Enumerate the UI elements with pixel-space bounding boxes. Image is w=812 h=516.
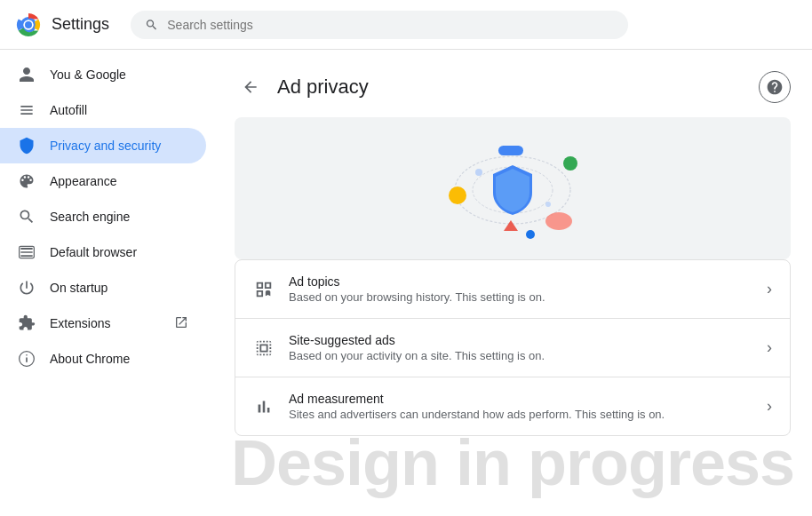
svg-point-15	[475, 169, 482, 176]
site-suggested-text: Site-suggested ads Based on your activit…	[289, 333, 752, 362]
content-area: Ad privacy	[213, 50, 812, 516]
svg-point-10	[563, 156, 577, 171]
sidebar-item-privacy-security[interactable]: Privacy and security	[0, 128, 206, 163]
back-button[interactable]	[235, 71, 267, 103]
settings-item-ad-topics[interactable]: Ad topics Based on your browsing history…	[235, 260, 790, 319]
search-engine-icon	[18, 208, 36, 226]
ad-measurement-title: Ad measurement	[289, 392, 752, 406]
ad-topics-title: Ad topics	[289, 274, 752, 289]
sidebar-label-appearance: Appearance	[50, 174, 117, 188]
ad-measurement-chevron-icon: ›	[767, 397, 772, 416]
search-input[interactable]	[167, 18, 614, 32]
search-icon	[145, 18, 158, 32]
power-icon	[18, 279, 36, 297]
svg-point-14	[526, 230, 535, 239]
settings-list: Ad topics Based on your browsing history…	[235, 259, 791, 436]
sidebar-label-about-chrome: About Chrome	[50, 352, 130, 366]
sidebar-item-search-engine[interactable]: Search engine	[0, 199, 206, 234]
sidebar-label-extensions: Extensions	[50, 316, 110, 330]
settings-item-ad-measurement[interactable]: Ad measurement Sites and advertisers can…	[235, 377, 790, 435]
help-button[interactable]	[759, 71, 791, 103]
sidebar-item-on-startup[interactable]: On startup	[0, 270, 206, 306]
ad-measurement-desc: Sites and advertisers can understand how…	[289, 408, 752, 421]
illustration-svg	[415, 126, 610, 250]
ad-topics-text: Ad topics Based on your browsing history…	[289, 274, 752, 304]
ad-topics-desc: Based on your browsing history. This set…	[289, 290, 752, 304]
app-header: Settings	[0, 0, 812, 50]
sidebar-item-autofill[interactable]: Autofill	[0, 92, 206, 128]
sidebar-item-about-chrome[interactable]: About Chrome	[0, 341, 206, 377]
ad-topics-chevron-icon: ›	[767, 280, 772, 298]
about-chrome-icon	[18, 350, 36, 368]
svg-rect-9	[498, 146, 523, 155]
sidebar-label-autofill: Autofill	[50, 103, 87, 117]
sidebar-item-extensions[interactable]: Extensions	[0, 306, 206, 341]
ad-privacy-illustration	[235, 117, 791, 259]
appearance-icon	[18, 172, 36, 190]
svg-point-16	[545, 202, 551, 207]
default-browser-icon	[18, 243, 36, 261]
person-icon	[18, 66, 36, 83]
settings-item-site-suggested-ads[interactable]: Site-suggested ads Based on your activit…	[235, 319, 790, 377]
chrome-logo-icon	[14, 11, 43, 39]
extensions-icon	[18, 314, 36, 332]
main-layout: You & Google Autofill Privacy and securi…	[0, 50, 812, 516]
svg-point-11	[449, 187, 466, 204]
ad-measurement-icon	[253, 396, 275, 417]
sidebar-label-privacy-security: Privacy and security	[50, 139, 161, 153]
site-suggested-title: Site-suggested ads	[289, 333, 752, 347]
site-suggested-chevron-icon: ›	[767, 338, 772, 357]
ad-measurement-text: Ad measurement Sites and advertisers can…	[289, 392, 752, 421]
page-header-left: Ad privacy	[235, 71, 369, 103]
page-header: Ad privacy	[235, 64, 791, 117]
svg-marker-13	[504, 220, 518, 231]
sidebar-label-you-google: You & Google	[50, 67, 126, 82]
sidebar-item-default-browser[interactable]: Default browser	[0, 234, 206, 270]
sidebar-label-search-engine: Search engine	[50, 210, 130, 224]
sidebar-item-appearance[interactable]: Appearance	[0, 163, 206, 199]
sidebar-label-default-browser: Default browser	[50, 245, 137, 259]
sidebar-label-on-startup: On startup	[50, 281, 107, 295]
svg-point-12	[545, 212, 572, 230]
svg-point-4	[25, 21, 32, 28]
external-link-icon	[174, 315, 188, 332]
sidebar: You & Google Autofill Privacy and securi…	[0, 50, 213, 516]
site-suggested-desc: Based on your activity on a site. This s…	[289, 349, 752, 362]
shield-icon	[18, 137, 36, 155]
sidebar-item-you-google[interactable]: You & Google	[0, 57, 206, 92]
app-title: Settings	[52, 15, 109, 34]
content-inner: Ad privacy	[213, 50, 812, 450]
ad-topics-icon	[253, 279, 275, 300]
page-title: Ad privacy	[277, 75, 369, 99]
search-bar[interactable]	[131, 11, 628, 39]
site-suggested-icon	[253, 337, 275, 359]
autofill-icon	[18, 101, 36, 119]
app-logo: Settings	[14, 11, 109, 39]
